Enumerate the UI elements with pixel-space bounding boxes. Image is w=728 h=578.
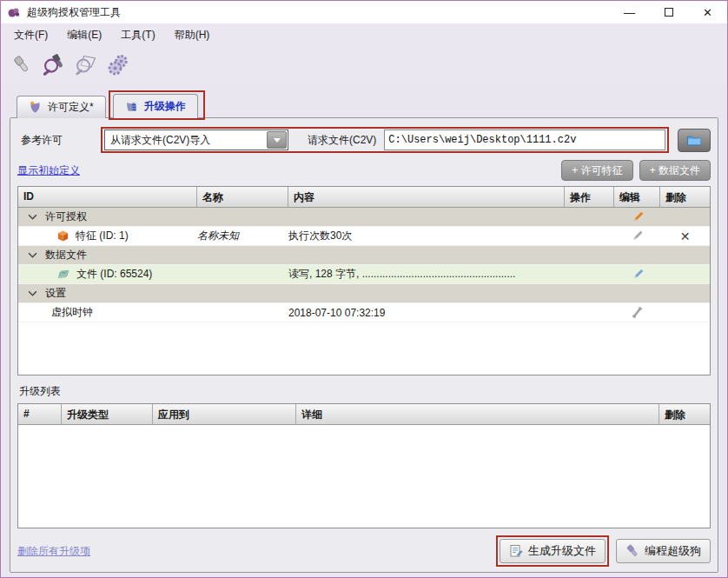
inspect-file-icon bbox=[74, 53, 98, 77]
menu-edit[interactable]: 编辑(E) bbox=[57, 24, 111, 46]
group-datafiles-label: 数据文件 bbox=[45, 248, 87, 262]
pencil-blue-icon bbox=[631, 268, 645, 282]
actions-row: 显示初始定义 + 许可特征 + 数据文件 bbox=[17, 160, 711, 181]
col-detail[interactable]: 详细 bbox=[296, 404, 659, 425]
group-license-label: 许可授权 bbox=[45, 209, 87, 224]
tab-license-label: 许可定义* bbox=[48, 100, 94, 115]
feature-cube-icon bbox=[56, 229, 69, 242]
edit-feature-button[interactable] bbox=[614, 227, 660, 245]
menubar: 文件(F) 编辑(E) 工具(T) 帮助(H) bbox=[1, 23, 727, 47]
bottom-actions-row: 删除所有升级项 生成升级文件 编程超级狗 bbox=[17, 528, 711, 567]
feature-id-label: 特征 (ID: 1) bbox=[76, 229, 129, 243]
program-superdog-button[interactable]: 编程超级狗 bbox=[616, 539, 711, 563]
menu-help[interactable]: 帮助(H) bbox=[165, 24, 220, 46]
license-table: ID 名称 内容 操作 编辑 删除 许可授权 bbox=[17, 186, 711, 375]
inspect-dongle-icon bbox=[42, 53, 66, 77]
gears-icon bbox=[106, 53, 130, 77]
chevron-down-icon[interactable] bbox=[28, 214, 37, 220]
col-upgrade-type[interactable]: 升级类型 bbox=[62, 404, 153, 425]
settings-toolbar-button[interactable] bbox=[104, 51, 132, 79]
delete-all-upgrades-link[interactable]: 删除所有升级项 bbox=[17, 544, 90, 559]
add-license-feature-button[interactable]: + 许可特征 bbox=[561, 160, 632, 181]
menu-file[interactable]: 文件(F) bbox=[4, 24, 57, 46]
chevron-down-icon[interactable] bbox=[28, 252, 37, 258]
program-dongle-icon bbox=[625, 544, 639, 558]
edit-file-button[interactable] bbox=[614, 265, 660, 283]
maximize-button[interactable] bbox=[649, 1, 688, 23]
file-id-label: 文件 (ID: 65524) bbox=[76, 267, 152, 282]
table-row-group-settings[interactable]: 设置 bbox=[18, 284, 710, 303]
reference-license-row: 参考许可 从请求文件(C2V)导入 请求文件(C2V) bbox=[17, 127, 711, 153]
wrench-icon bbox=[631, 306, 644, 319]
table-row-virtual-clock[interactable]: 虚拟时钟 2018-07-10 07:32:19 bbox=[18, 303, 710, 322]
col-number[interactable]: # bbox=[18, 404, 62, 425]
col-content[interactable]: 内容 bbox=[288, 187, 565, 208]
tab-license-definition[interactable]: 许可定义* bbox=[17, 96, 106, 118]
chevron-down-icon[interactable] bbox=[28, 290, 37, 296]
show-initial-definition-link[interactable]: 显示初始定义 bbox=[17, 163, 80, 178]
close-icon: ✕ bbox=[703, 6, 712, 19]
generate-upgrade-file-button[interactable]: 生成升级文件 bbox=[500, 539, 606, 563]
program-dongle-toolbar-button[interactable] bbox=[8, 51, 36, 79]
minimize-icon: — bbox=[624, 6, 635, 19]
tab-bar: 许可定义* 升级操作 bbox=[10, 89, 718, 118]
program-button-label: 编程超级狗 bbox=[645, 543, 701, 559]
chevron-down-icon[interactable] bbox=[267, 131, 287, 149]
upgrade-list-title: 升级列表 bbox=[17, 384, 711, 399]
upgrade-tab-icon bbox=[125, 100, 138, 113]
delete-feature-button[interactable]: ✕ bbox=[660, 227, 710, 245]
folder-icon bbox=[686, 134, 702, 147]
upgrade-list-table: # 升级类型 应用到 详细 删除 bbox=[17, 403, 711, 528]
tab-upgrade-label: 升级操作 bbox=[144, 99, 186, 114]
table-row-group-datafiles[interactable]: 数据文件 bbox=[18, 246, 710, 265]
license-table-empty-area bbox=[18, 322, 710, 375]
col-edit[interactable]: 编辑 bbox=[614, 187, 660, 208]
col-delete[interactable]: 删除 bbox=[659, 404, 710, 425]
import-mode-select[interactable]: 从请求文件(C2V)导入 bbox=[104, 130, 288, 150]
app-window: 超级狗授权管理工具 — ✕ 文件(F) 编辑(E) 工具(T) 帮助(H) bbox=[0, 0, 728, 578]
table-row-feature[interactable]: 特征 (ID: 1) 名称未知 执行次数30次 ✕ bbox=[18, 227, 710, 246]
request-file-input[interactable] bbox=[384, 130, 665, 150]
close-button[interactable]: ✕ bbox=[688, 1, 727, 23]
menu-tools[interactable]: 工具(T) bbox=[111, 24, 164, 46]
reference-license-label: 参考许可 bbox=[17, 133, 101, 148]
inspect-dongle-toolbar-button[interactable] bbox=[40, 51, 68, 79]
configure-clock-button[interactable] bbox=[614, 303, 660, 322]
dongle-icon bbox=[10, 54, 33, 76]
license-tab-icon bbox=[29, 101, 42, 114]
table-row-file[interactable]: 文件 (ID: 65524) 读写, 128 字节, .............… bbox=[18, 265, 710, 284]
virtual-clock-value: 2018-07-10 07:32:19 bbox=[288, 303, 565, 322]
upgrade-operation-panel: 参考许可 从请求文件(C2V)导入 请求文件(C2V) 显示初 bbox=[10, 117, 718, 573]
table-row-group-license[interactable]: 许可授权 bbox=[18, 208, 710, 227]
data-file-icon bbox=[56, 268, 70, 281]
col-id[interactable]: ID bbox=[18, 187, 197, 208]
feature-name: 名称未知 bbox=[197, 227, 288, 245]
pencil-orange-icon bbox=[631, 210, 645, 224]
upgrade-table-empty-area bbox=[18, 425, 710, 528]
file-content: 读写, 128 字节, ............................… bbox=[288, 265, 565, 283]
toolbar bbox=[1, 47, 727, 83]
virtual-clock-label: 虚拟时钟 bbox=[51, 305, 93, 320]
content-area: 许可定义* 升级操作 参考许可 从请求文件(C2V)导入 bbox=[1, 83, 727, 578]
col-delete[interactable]: 删除 bbox=[660, 187, 710, 208]
annotation-box-reference: 从请求文件(C2V)导入 请求文件(C2V) bbox=[101, 127, 669, 153]
browse-file-button[interactable] bbox=[678, 129, 711, 152]
col-apply-to[interactable]: 应用到 bbox=[153, 404, 296, 425]
tab-upgrade-operation[interactable]: 升级操作 bbox=[113, 94, 198, 118]
col-name[interactable]: 名称 bbox=[197, 187, 288, 208]
upgrade-table-header: # 升级类型 应用到 详细 删除 bbox=[18, 404, 710, 425]
col-action[interactable]: 操作 bbox=[565, 187, 614, 208]
app-icon bbox=[7, 5, 21, 19]
delete-x-icon: ✕ bbox=[680, 229, 691, 243]
license-table-header: ID 名称 内容 操作 编辑 删除 bbox=[18, 187, 710, 208]
inspect-file-toolbar-button[interactable] bbox=[72, 51, 100, 79]
edit-license-button[interactable] bbox=[614, 208, 660, 226]
titlebar: 超级狗授权管理工具 — ✕ bbox=[1, 1, 727, 23]
import-mode-value: 从请求文件(C2V)导入 bbox=[110, 133, 210, 148]
feature-content: 执行次数30次 bbox=[288, 227, 565, 245]
add-data-file-button[interactable]: + 数据文件 bbox=[639, 160, 711, 181]
minimize-button[interactable]: — bbox=[610, 1, 649, 23]
generate-button-label: 生成升级文件 bbox=[528, 543, 596, 559]
annotation-box-upgrade-tab: 升级操作 bbox=[109, 90, 205, 120]
window-title: 超级狗授权管理工具 bbox=[27, 5, 121, 20]
